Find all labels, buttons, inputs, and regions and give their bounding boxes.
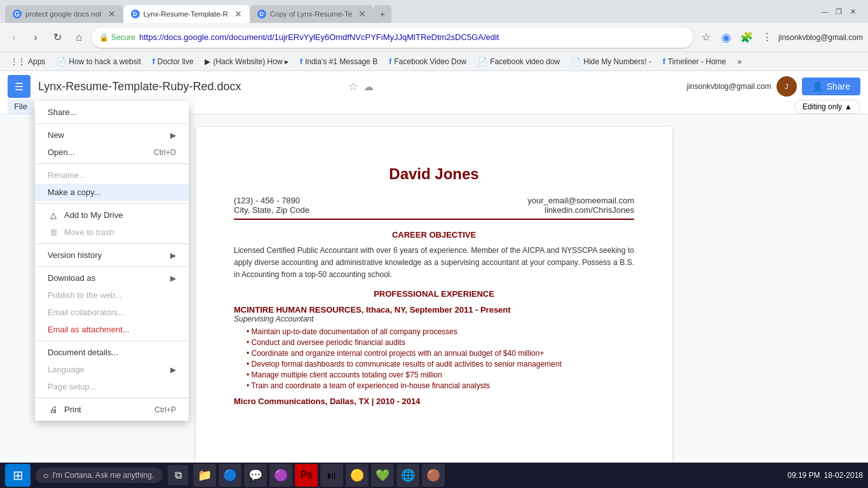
task-view-icon: ⧉: [175, 470, 182, 481]
menu-language: Language ▶: [35, 361, 189, 378]
drive-icon: △: [48, 210, 59, 220]
menu-emailattach[interactable]: Email as attachment...: [35, 321, 189, 338]
taskbar-file-explorer[interactable]: 📁: [193, 464, 216, 487]
doc-phone: (123) - 456 - 7890: [234, 196, 309, 205]
doc-contact-right: your_email@someemail.com linkedin.com/Ch…: [527, 196, 634, 215]
taskbar-chrome[interactable]: 🌐: [397, 464, 419, 487]
viewing-mode-selector[interactable]: Editing only ▲: [794, 100, 860, 114]
docs-menu-icon[interactable]: ☰: [8, 75, 31, 98]
minimize-button[interactable]: —: [820, 6, 830, 17]
menu-print[interactable]: 🖨 Print Ctrl+P: [35, 401, 189, 418]
close-button[interactable]: ✕: [848, 6, 858, 17]
print-icon: 🖨: [48, 405, 59, 414]
bookmark-6-label: Facebook video dow: [490, 57, 560, 66]
menu-open[interactable]: Open... Ctrl+O: [35, 144, 189, 161]
taskbar-app-6[interactable]: ⏯: [320, 464, 343, 487]
menu-downloadas[interactable]: Download as ▶: [35, 269, 189, 287]
tab-3-favicon: D: [257, 10, 266, 18]
career-objective-title: CAREER OBJECTIVE: [234, 230, 634, 240]
task-view-button[interactable]: ⧉: [168, 465, 188, 485]
menu-emailcollab: Email collaborators...: [35, 304, 189, 321]
professional-exp-title: PROFESSIONAL EXPERIENCE: [234, 289, 634, 299]
tab-3-close[interactable]: ✕: [358, 9, 366, 19]
bookmark-7-label: Hide My Numbers! -: [583, 57, 651, 66]
print-shortcut: Ctrl+P: [154, 405, 176, 414]
bookmark-4-favicon: f: [300, 57, 302, 66]
bookmark-item-7[interactable]: 📄 Hide My Numbers! -: [566, 56, 656, 67]
address-url[interactable]: https://docs.google.com/document/d/1ujrE…: [139, 32, 499, 42]
docs-user-area: jinsonkvblog@gmail.com J 👤 Share: [687, 76, 860, 97]
bookmark-item-1[interactable]: 📄 How to hack a websit: [51, 56, 146, 67]
share-button[interactable]: 👤 Share: [802, 78, 860, 95]
doc-email: your_email@someemail.com: [527, 196, 634, 205]
window-controls: — ❐ ✕: [820, 6, 858, 17]
bookmark-3-label: (Hack Website) How ▸: [213, 57, 288, 66]
user-avatar[interactable]: J: [776, 76, 797, 97]
forward-button[interactable]: ›: [27, 29, 44, 46]
bullet-2: Conduct and oversee periodic financial a…: [247, 338, 634, 347]
tab-2-close[interactable]: ✕: [234, 9, 242, 19]
docs-title-bar: ☰ Lynx-Resume-Template-Ruby-Red.docx ☆ ☁…: [0, 71, 868, 98]
tab-3[interactable]: D Copy of Lynx-Resume-Te ✕: [250, 5, 374, 23]
docs-document-title[interactable]: Lynx-Resume-Template-Ruby-Red.docx: [38, 80, 341, 93]
bookmark-item-8[interactable]: f Timeliner - Home: [658, 56, 731, 67]
divider-4: [35, 243, 189, 244]
bookmark-apps[interactable]: ⋮⋮ Apps: [5, 56, 50, 67]
settings-icon[interactable]: ⋮: [758, 29, 776, 46]
job1-title: Supervising Accountant: [234, 315, 634, 323]
cortana-search[interactable]: ○ I'm Cortana. Ask me anything.: [36, 468, 163, 483]
apps-icon: ⋮⋮: [10, 57, 25, 66]
apps-label: Apps: [28, 57, 45, 66]
bookmark-1-favicon: 📄: [57, 57, 66, 66]
bookmark-item-6[interactable]: 📄 Facebook video dow: [473, 56, 565, 67]
bullet-3: Coordinate and organize internal control…: [247, 349, 634, 358]
taskbar-app-7[interactable]: 🟡: [346, 464, 369, 487]
start-button[interactable]: ⊞: [5, 464, 31, 487]
bookmark-item-5[interactable]: f Facebook Video Dow: [384, 56, 471, 67]
bookmark-more[interactable]: »: [732, 56, 747, 67]
account-circle-icon[interactable]: ◉: [717, 29, 735, 46]
browser-toolbar: ‹ › ↻ ⌂ 🔒 Secure https://docs.google.com…: [0, 23, 868, 52]
bookmark-4-label: India's #1 Message B: [305, 57, 377, 66]
file-menu[interactable]: File: [8, 99, 34, 114]
bookmark-1-label: How to hack a websit: [69, 57, 140, 66]
doc-linkedin: linkedin.com/ChrisJones: [527, 205, 634, 215]
tab-1[interactable]: G protect google docs not ✕: [5, 5, 123, 23]
taskbar-app-2[interactable]: 🔵: [219, 464, 241, 487]
maximize-button[interactable]: ❐: [834, 6, 844, 17]
career-objective-body: Licensed Certified Public Accountant wit…: [234, 245, 634, 281]
menu-makecopy[interactable]: Make a copy...: [35, 184, 189, 201]
taskbar-app-10[interactable]: 🟤: [422, 464, 445, 487]
version-arrow-icon: ▶: [170, 251, 176, 260]
user-email: jinsonkvblog@gmail.com: [778, 33, 863, 42]
taskbar-app-8[interactable]: 💚: [371, 464, 394, 487]
docs-cloud-icon[interactable]: ☁: [363, 81, 374, 93]
bookmark-item-3[interactable]: ▶ (Hack Website) How ▸: [200, 56, 293, 67]
new-arrow-icon: ▶: [170, 131, 176, 140]
tab-1-close[interactable]: ✕: [108, 9, 116, 19]
refresh-button[interactable]: ↻: [48, 29, 66, 46]
divider-7: [35, 398, 189, 398]
menu-addtodrive[interactable]: △ Add to My Drive: [35, 207, 189, 224]
back-button[interactable]: ‹: [5, 29, 23, 46]
extension-icon[interactable]: 🧩: [738, 29, 756, 46]
bookmark-5-favicon: f: [389, 57, 391, 66]
bookmark-item-2[interactable]: f Doctor live: [147, 56, 199, 67]
taskbar-app-3[interactable]: 💬: [244, 464, 267, 487]
bookmark-star-icon[interactable]: ☆: [697, 29, 715, 46]
new-tab-button[interactable]: +: [374, 5, 391, 23]
menu-docdetails[interactable]: Document details...: [35, 344, 189, 361]
cortana-label: I'm Cortana. Ask me anything.: [52, 471, 154, 480]
doc-city: City, State, Zip Code: [234, 205, 309, 215]
bookmark-item-4[interactable]: f India's #1 Message B: [295, 56, 383, 67]
menu-new[interactable]: New ▶: [35, 126, 189, 144]
language-arrow-icon: ▶: [170, 365, 176, 374]
menu-share[interactable]: Share...: [35, 104, 189, 121]
docs-star-icon[interactable]: ☆: [348, 79, 358, 93]
home-button[interactable]: ⌂: [70, 29, 88, 46]
menu-versionhistory[interactable]: Version history ▶: [35, 247, 189, 264]
taskbar-ps[interactable]: Ps: [295, 464, 318, 487]
menu-pagesetup: Page setup...: [35, 378, 189, 395]
tab-2[interactable]: D Lynx-Resume-Template-R ✕: [123, 5, 250, 23]
taskbar-app-4[interactable]: 🟣: [269, 464, 292, 487]
